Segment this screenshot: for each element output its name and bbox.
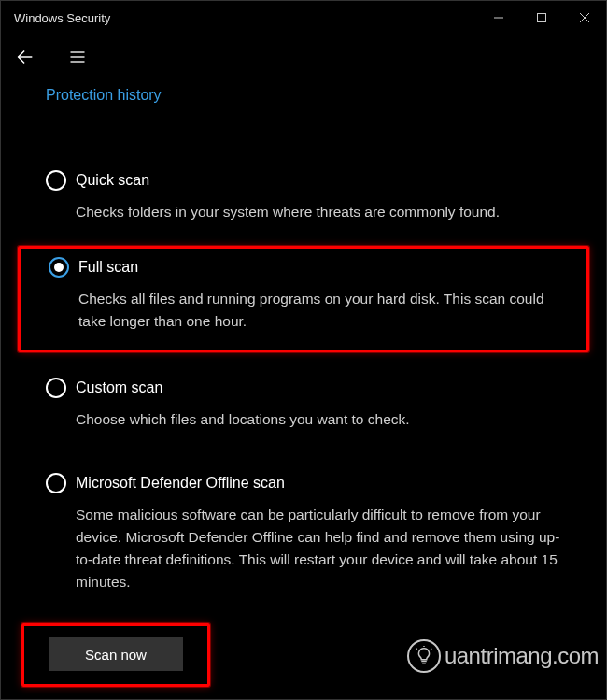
radio-full-scan[interactable] (49, 257, 69, 278)
close-icon (580, 13, 589, 22)
svg-line-9 (416, 649, 417, 650)
option-desc: Checks folders in your system where thre… (76, 201, 561, 223)
option-quick-scan[interactable]: Quick scan Checks folders in your system… (18, 162, 589, 240)
scan-options: Quick scan Checks folders in your system… (1, 162, 606, 610)
option-title: Custom scan (76, 377, 561, 399)
back-arrow-icon (15, 47, 35, 67)
caption-buttons (477, 1, 606, 35)
lightbulb-icon (407, 639, 441, 673)
title-bar: Windows Security (1, 1, 606, 35)
radio-defender-offline-scan[interactable] (46, 473, 66, 493)
protection-history-link[interactable]: Protection history (46, 87, 162, 103)
maximize-icon (537, 13, 546, 22)
option-title: Full scan (78, 256, 558, 279)
scan-now-button[interactable]: Scan now (49, 637, 183, 671)
option-text: Microsoft Defender Offline scan Some mal… (76, 472, 561, 593)
nav-row (1, 35, 606, 79)
back-button[interactable] (12, 44, 38, 70)
option-full-scan[interactable]: Full scan Checks all files and running p… (18, 246, 589, 352)
radio-custom-scan[interactable] (46, 378, 66, 398)
watermark: uantrimang.com (407, 639, 599, 673)
svg-line-10 (431, 649, 431, 650)
option-custom-scan[interactable]: Custom scan Choose which files and locat… (18, 369, 589, 448)
option-text: Custom scan Choose which files and locat… (76, 377, 561, 431)
option-defender-offline-scan[interactable]: Microsoft Defender Offline scan Some mal… (18, 464, 589, 610)
protection-history-row: Protection history (1, 79, 606, 104)
option-desc: Checks all files and running programs on… (78, 288, 558, 333)
close-button[interactable] (563, 1, 606, 35)
option-title: Microsoft Defender Offline scan (76, 472, 561, 494)
option-desc: Some malicious software can be particula… (76, 504, 561, 593)
watermark-text: uantrimang.com (445, 643, 599, 669)
svg-rect-1 (538, 14, 546, 22)
option-title: Quick scan (76, 169, 561, 192)
maximize-button[interactable] (520, 1, 563, 35)
minimize-icon (494, 13, 503, 22)
window-title: Windows Security (14, 11, 110, 25)
hamburger-icon (68, 48, 87, 66)
option-desc: Choose which files and locations you wan… (76, 408, 561, 431)
option-text: Full scan Checks all files and running p… (78, 256, 558, 333)
scan-now-wrap: Scan now (21, 623, 210, 687)
minimize-button[interactable] (477, 1, 520, 35)
option-text: Quick scan Checks folders in your system… (76, 169, 561, 223)
radio-quick-scan[interactable] (46, 170, 66, 191)
menu-button[interactable] (64, 44, 91, 70)
